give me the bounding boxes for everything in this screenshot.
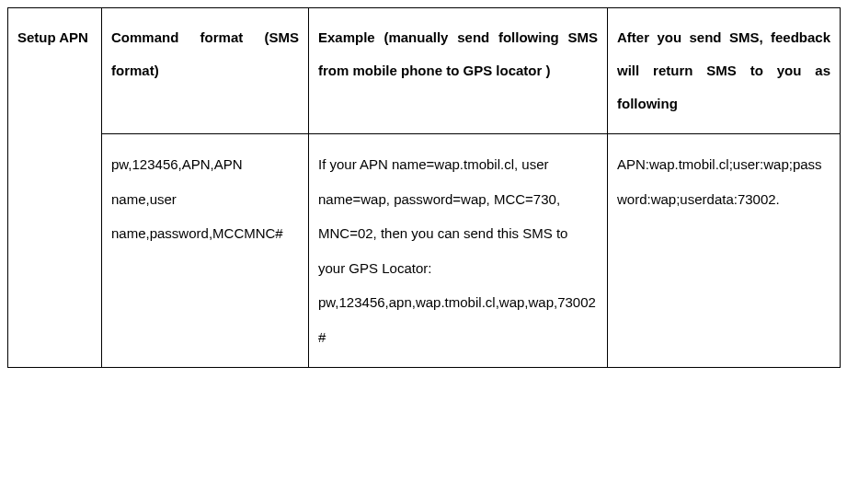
apn-setup-table: Setup APN Command format (SMS format) Ex…	[7, 7, 841, 368]
header-feedback: After you send SMS, feedback will return…	[608, 8, 841, 134]
cell-feedback: APN:wap.tmobil.cl;user:wap;password:wap;…	[608, 134, 841, 368]
header-example: Example (manually send following SMS fro…	[309, 8, 608, 134]
cell-example-text: If your APN name=wap.tmobil.cl, user nam…	[318, 156, 596, 345]
header-command-format-text: Command format (SMS format)	[111, 29, 299, 78]
table-data-row: pw,123456,APN,APN name,user name,passwor…	[8, 134, 841, 368]
header-setup-apn-text: Setup APN	[17, 29, 88, 45]
cell-feedback-text: APN:wap.tmobil.cl;user:wap;password:wap;…	[617, 156, 822, 207]
header-setup-apn: Setup APN	[8, 8, 102, 368]
cell-example: If your APN name=wap.tmobil.cl, user nam…	[309, 134, 608, 368]
table-header-row: Setup APN Command format (SMS format) Ex…	[8, 8, 841, 134]
cell-command-format: pw,123456,APN,APN name,user name,passwor…	[102, 134, 309, 368]
cell-command-format-text: pw,123456,APN,APN name,user name,passwor…	[111, 156, 283, 241]
header-example-text: Example (manually send following SMS fro…	[318, 29, 598, 78]
header-command-format: Command format (SMS format)	[102, 8, 309, 134]
header-feedback-text: After you send SMS, feedback will return…	[617, 29, 830, 111]
